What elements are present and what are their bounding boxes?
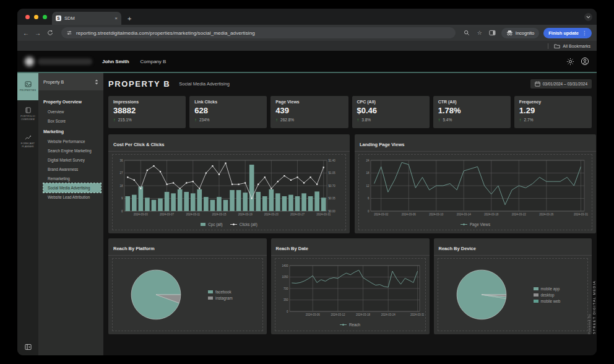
user-name[interactable]: John Smith bbox=[102, 59, 129, 64]
chart-reach-by-platform[interactable]: facebookinstagram bbox=[112, 258, 263, 331]
legend-line-swatch bbox=[460, 224, 467, 225]
kpi-card-frequency: Frequency 1.29 ↑2.7% bbox=[514, 96, 592, 128]
svg-text:0: 0 bbox=[286, 310, 288, 313]
company-name[interactable]: Company B bbox=[141, 59, 166, 64]
chart-landing-page-views[interactable]: 061218242024-03-022024-03-062024-03-1020… bbox=[358, 154, 592, 230]
collapse-sidebar-button[interactable] bbox=[17, 344, 38, 350]
tab-favicon: S bbox=[56, 15, 61, 21]
finish-update-button[interactable]: Finish update ⋮ bbox=[543, 28, 592, 38]
theme-toggle-sun-icon[interactable] bbox=[566, 58, 574, 66]
legend-item: instagram bbox=[208, 296, 233, 300]
chart-title: Reach By Device bbox=[439, 246, 476, 251]
collapse-panel-icon bbox=[25, 344, 32, 350]
close-window-button[interactable] bbox=[25, 15, 30, 19]
sidebar-item-website-performance[interactable]: Website Performance bbox=[43, 137, 100, 146]
chart-legend: Cpc (all)Clicks (all) bbox=[201, 222, 257, 227]
forward-button[interactable]: → bbox=[34, 30, 41, 37]
all-bookmarks-button[interactable]: All Bookmarks bbox=[548, 43, 590, 49]
date-range-picker[interactable]: 03/01/2024 – 03/31/2024 bbox=[530, 79, 592, 89]
sidebar-item-box-score[interactable]: Box Score bbox=[43, 116, 100, 126]
incognito-label: Incognito bbox=[516, 30, 534, 36]
bookmark-star-button[interactable]: ☆ bbox=[475, 30, 484, 36]
svg-text:2024-03-11: 2024-03-11 bbox=[186, 213, 200, 216]
chart-legend: facebookinstagram bbox=[208, 290, 233, 300]
legend-item: mobile web bbox=[534, 299, 561, 303]
app-header: John Smith Company B bbox=[17, 51, 597, 72]
svg-text:$0.35: $0.35 bbox=[329, 197, 336, 200]
sidebar-item-brand-awareness[interactable]: Brand Awareness bbox=[43, 165, 100, 174]
kpi-row: Impressions 38882 ↑215.1% Link Clicks 62… bbox=[108, 96, 592, 128]
svg-text:2024-03-27: 2024-03-27 bbox=[290, 213, 305, 216]
window-controls bbox=[25, 15, 47, 19]
reload-button[interactable] bbox=[46, 30, 54, 36]
sidebar-item-digital-market-survey[interactable]: Digital Market Survey bbox=[43, 155, 100, 165]
svg-text:2024-03-31: 2024-03-31 bbox=[410, 313, 424, 316]
chart-reach-by-device[interactable]: mobile appdesktopmobile web bbox=[438, 258, 589, 331]
page-subtitle: Social Media Advertising bbox=[179, 81, 230, 87]
legend-item: facebook bbox=[208, 290, 233, 294]
svg-text:2024-03-02: 2024-03-02 bbox=[374, 213, 389, 216]
tab-close-icon[interactable]: × bbox=[115, 15, 118, 21]
legend-item: mobile app bbox=[534, 287, 561, 291]
rail-item-properties[interactable]: PROPERTIES bbox=[17, 73, 38, 100]
chart-cpc-clicks[interactable]: 09182736$0.00$0.35$0.70$1.05$1.402024-03… bbox=[112, 154, 346, 230]
legend-label: Cpc (all) bbox=[208, 222, 222, 227]
chart-legend: Reach bbox=[340, 323, 360, 327]
powered-by-label: Powered By bbox=[587, 314, 591, 334]
chart-card-reach-by-device: Reach By Device mobile appdesktopmobile … bbox=[434, 238, 592, 334]
side-panel-button[interactable] bbox=[488, 30, 497, 36]
legend-line-swatch bbox=[340, 324, 347, 325]
legend-item: Reach bbox=[340, 323, 360, 327]
chart-legend: Page Views bbox=[460, 222, 490, 227]
browser-menu-icon[interactable]: ⋮ bbox=[582, 30, 587, 36]
charts-row-2: Reach By Platform facebookinstagram Reac… bbox=[108, 238, 592, 334]
sidebar-item-website-lead-attribution[interactable]: Website Lead Attribution bbox=[43, 193, 100, 202]
svg-text:1400: 1400 bbox=[282, 264, 288, 267]
new-tab-button[interactable]: + bbox=[128, 12, 131, 25]
chart-title: Reach By Platform bbox=[113, 246, 155, 251]
kpi-delta: 215.1% bbox=[118, 118, 132, 122]
cpc-clicks-chart-canvas: 09182736$0.00$0.35$0.70$1.05$1.402024-03… bbox=[114, 158, 344, 220]
charts-row-1: Cost Per Click & Clicks 09182736$0.00$0.… bbox=[108, 134, 592, 233]
site-info-icon[interactable] bbox=[66, 30, 72, 36]
chevron-down-icon bbox=[586, 15, 590, 19]
tab-search-button[interactable] bbox=[584, 13, 592, 21]
legend-item: Cpc (all) bbox=[201, 222, 222, 227]
nav-rail: PROPERTIES PORTFOLIO OVERVIEW bbox=[17, 73, 38, 355]
chart-reach-by-date[interactable]: 0350700105014002024-03-062024-03-122024-… bbox=[275, 258, 426, 331]
svg-text:700: 700 bbox=[283, 287, 288, 290]
sidebar-item-overview[interactable]: Overview bbox=[43, 107, 100, 116]
legend-item: desktop bbox=[534, 293, 561, 297]
svg-text:2024-03-12: 2024-03-12 bbox=[331, 313, 345, 316]
sidebar-item-search-engine-marketing[interactable]: Search Engine Marketing bbox=[43, 146, 100, 155]
legend-swatch bbox=[201, 223, 205, 226]
search-button[interactable] bbox=[462, 30, 471, 36]
kpi-label: Impressions bbox=[113, 100, 181, 104]
svg-text:2024-03-15: 2024-03-15 bbox=[212, 213, 227, 216]
svg-text:2024-03-10: 2024-03-10 bbox=[429, 213, 444, 216]
minimize-window-button[interactable] bbox=[34, 15, 38, 19]
browser-tab[interactable]: S SDM × bbox=[52, 12, 121, 25]
finish-update-label: Finish update bbox=[548, 30, 579, 36]
chart-card-reach-by-platform: Reach By Platform facebookinstagram bbox=[108, 238, 267, 334]
sidebar-item-social-media-advertising[interactable]: Social Media Advertising bbox=[43, 183, 101, 193]
account-icon[interactable] bbox=[581, 57, 589, 66]
url-bar[interactable]: reporting.streetdigitalmedia.com/propert… bbox=[61, 27, 456, 38]
kpi-card-cpc: CPC (All) $0.46 ↑3.8% bbox=[352, 96, 430, 128]
sidebar-item-remarketing[interactable]: Remarketing bbox=[43, 174, 100, 183]
app-logo bbox=[25, 57, 34, 66]
svg-text:1050: 1050 bbox=[282, 275, 288, 279]
rail-item-forecast-planner[interactable]: FORECAST PLANNER bbox=[17, 128, 38, 155]
bookmarks-bar: All Bookmarks bbox=[17, 41, 597, 51]
main-content: PROPERTY B Social Media Advertising 03/0… bbox=[103, 73, 597, 355]
rail-item-label: FORECAST PLANNER bbox=[17, 142, 38, 149]
legend-line-swatch bbox=[230, 224, 237, 225]
up-arrow-icon: ↑ bbox=[194, 117, 197, 123]
back-button[interactable]: ← bbox=[22, 30, 30, 37]
rail-item-portfolio-overview[interactable]: PORTFOLIO OVERVIEW bbox=[17, 100, 38, 128]
all-bookmarks-label: All Bookmarks bbox=[563, 44, 590, 48]
zoom-window-button[interactable] bbox=[43, 15, 47, 19]
property-select[interactable]: Property B bbox=[38, 73, 103, 90]
kpi-value: 1.78% bbox=[438, 106, 506, 115]
svg-text:2024-03-23: 2024-03-23 bbox=[264, 213, 279, 216]
